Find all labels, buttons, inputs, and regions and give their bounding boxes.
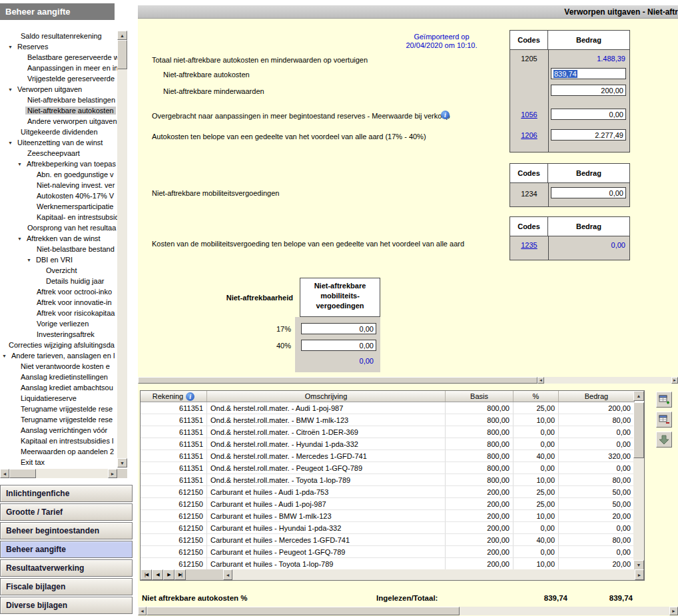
tree-item[interactable]: Aanslag krediet ambachtsou [0, 382, 117, 393]
code-1056-link[interactable]: 1056 [510, 111, 548, 119]
scroll-up-icon[interactable]: ▲ [633, 391, 644, 401]
grid-row[interactable]: 612150Carburant et huiles - Audi 1-pda-7… [141, 486, 635, 498]
tree-item[interactable]: Kapitaal- en intrestsubsid [0, 212, 117, 222]
tree-item[interactable]: Aanslag kredietinstellingen [0, 372, 117, 382]
panel-horizontal-scrollbar[interactable]: ◄ ► [138, 377, 678, 384]
scroll-down-icon[interactable]: ▼ [117, 458, 127, 467]
tree-item[interactable]: ▼Verworpen uitgaven [0, 84, 117, 95]
scroll-track[interactable] [633, 458, 644, 560]
grid-vertical-scrollbar[interactable]: ▲ ▼ [633, 391, 644, 570]
nav-button-beheer-begintoestanden[interactable]: Beheer begintoestanden [0, 522, 133, 539]
tree-item[interactable]: Niet verantwoorde kosten e [0, 361, 117, 372]
tree-item[interactable]: Andere verworpen uitgaven [0, 116, 117, 127]
scroll-thumb[interactable] [9, 469, 36, 478]
mobility-40-input[interactable]: 0,00 [301, 340, 376, 351]
grid-row[interactable]: 612150Carburant et huiles - Audi 1-poj-9… [141, 498, 635, 510]
scroll-right-icon[interactable]: ► [108, 469, 117, 478]
grid-row[interactable]: 611351Ond.& herstel.roll.mater. - Toyota… [141, 474, 635, 486]
add-row-button[interactable] [656, 392, 672, 408]
scroll-up-icon[interactable]: ▲ [117, 31, 127, 40]
nav-button-beheer-aangifte[interactable]: Beheer aangifte [0, 541, 133, 558]
niet-aftrekbare-minderwaarden-input[interactable]: 200,00 [551, 85, 626, 96]
last-record-button[interactable]: ▶| [174, 569, 186, 580]
scroll-right-icon[interactable]: ► [669, 607, 678, 615]
move-down-button[interactable] [656, 432, 672, 448]
scroll-thumb[interactable] [117, 40, 127, 69]
tree-item[interactable]: Details huidig jaar [0, 276, 117, 286]
first-record-button[interactable]: |◀ [141, 569, 152, 580]
tree-item[interactable]: Exit tax [0, 457, 117, 467]
tree-item[interactable]: Zeescheepvaart [0, 148, 117, 158]
grid-row[interactable]: 611351Ond.& herstel.roll.mater. - BMW 1-… [141, 414, 635, 426]
grid-row[interactable]: 611351Ond.& herstel.roll.mater. - Peugeo… [141, 462, 635, 474]
tree-expand-icon[interactable]: ▼ [8, 87, 15, 92]
scroll-thumb[interactable] [147, 607, 460, 615]
next-record-button[interactable]: ▶ [163, 569, 174, 580]
column-header-bedrag[interactable]: Bedrag [559, 391, 635, 402]
tree-item[interactable]: Autokosten 40%-17% V [0, 190, 117, 201]
delete-row-button[interactable] [656, 412, 672, 428]
nav-button-resultaatverwerking[interactable]: Resultaatverwerking [0, 559, 133, 577]
scroll-left-icon[interactable]: ◄ [223, 569, 232, 580]
tree-expand-icon[interactable]: ▼ [17, 236, 25, 241]
column-header-rekening[interactable]: Rekening i [141, 391, 207, 402]
tree-expand-icon[interactable]: ▼ [17, 162, 25, 166]
scroll-right-icon[interactable]: ► [635, 569, 644, 580]
scroll-down-icon[interactable]: ▼ [633, 560, 644, 570]
column-header-omschrijving[interactable]: Omschrijving [207, 391, 446, 402]
niet-aftrekbare-autokosten-input[interactable]: 839,74 [551, 68, 626, 79]
scroll-thumb[interactable] [138, 377, 537, 384]
mobiliteitsvergoedingen-input[interactable]: 0,00 [551, 187, 626, 198]
tree-item[interactable]: Saldo resultatenrekening [0, 31, 117, 41]
tree-item[interactable]: Kapitaal en intrestsubsidies l [0, 436, 117, 446]
nav-button-inlichtingenfiche[interactable]: Inlichtingenfiche [0, 485, 133, 502]
overgebracht-input[interactable]: 0,00 [551, 109, 626, 120]
grid-row[interactable]: 612150Carburant et huiles - Mercedes 1-G… [141, 534, 635, 546]
tree-item[interactable]: Aanpassingen in meer en in [0, 63, 117, 73]
tree-item[interactable]: Niet-naleving invest. ver [0, 180, 117, 190]
tree-item[interactable]: Werknemersparticipatie [0, 201, 117, 212]
tree-item[interactable]: Niet-aftrekbare belastingen [0, 95, 117, 105]
scroll-left-icon[interactable]: ◄ [537, 377, 544, 384]
tree-item[interactable]: Uitgekeerde dividenden [0, 127, 117, 137]
column-header-percent[interactable]: % [513, 391, 559, 402]
tree-item[interactable]: Overzicht [0, 265, 117, 276]
tree-item[interactable]: Aftrek voor octrooi-inko [0, 286, 117, 297]
tree-item[interactable]: Meerwaarden op aandelen 2 [0, 446, 117, 457]
grid-row[interactable]: 612150Carburant et huiles - BMW 1-mlk-12… [141, 510, 635, 522]
main-horizontal-scrollbar[interactable]: ◄ ► [138, 607, 678, 615]
info-icon[interactable]: i [186, 392, 194, 401]
tree-expand-icon[interactable]: ▼ [2, 354, 9, 358]
tree-item[interactable]: ▼DBI en VRI [0, 254, 117, 265]
tree-item[interactable]: ▼Reserves [0, 41, 117, 52]
column-header-basis[interactable]: Basis [446, 391, 513, 402]
scroll-left-icon[interactable]: ◄ [138, 607, 147, 615]
previous-record-button[interactable]: ◀ [152, 569, 163, 580]
mobility-17-input[interactable]: 0,00 [301, 323, 376, 334]
grid-row[interactable]: 611351Ond.& herstel.roll.mater. - Hyunda… [141, 438, 635, 450]
scroll-right-icon[interactable]: ► [671, 377, 678, 384]
grid-row[interactable]: 612150Carburant et huiles - Toyota 1-lop… [141, 558, 635, 570]
scroll-track[interactable] [544, 377, 671, 384]
scroll-track[interactable] [36, 469, 108, 478]
tree-item[interactable]: Aftrek voor innovatie-in [0, 297, 117, 308]
tree-item[interactable]: Terugname vrijgestelde rese [0, 414, 117, 425]
nav-button-diverse-bijlagen[interactable]: Diverse bijlagen [0, 597, 133, 614]
tree-horizontal-scrollbar[interactable]: ◄ ► [0, 469, 117, 478]
grid-row[interactable]: 611351Ond.& herstel.roll.mater. - Citroë… [141, 426, 635, 438]
tree-item[interactable]: Terugname vrijgestelde rese [0, 404, 117, 414]
nav-button-grootte-tarief[interactable]: Grootte / Tarief [0, 503, 133, 521]
tree-vertical-scrollbar[interactable]: ▲ ▼ [117, 31, 127, 467]
tree-item[interactable]: Vrijgestelde gereserveerde [0, 73, 117, 84]
tree-expand-icon[interactable]: ▼ [27, 258, 34, 262]
tree-item[interactable]: Niet-belastbare bestand [0, 244, 117, 254]
tree-item[interactable]: Correcties wijziging afsluitingsda [0, 340, 117, 350]
tree-item[interactable]: Liquidatiereserve [0, 393, 117, 404]
grid-row[interactable]: 612150Carburant et huiles - Hyundai 1-pd… [141, 522, 635, 534]
tree-item[interactable]: Investeringsaftrek [0, 329, 117, 340]
tree-item[interactable]: Abn. en goedgunstige v [0, 169, 117, 180]
tree-item[interactable]: ▼Aftrekken van de winst [0, 233, 117, 244]
scroll-track[interactable] [460, 607, 669, 615]
tree-item[interactable]: ▼Aftrekbeperking van toepas [0, 158, 117, 169]
tree-expand-icon[interactable]: ▼ [8, 45, 15, 49]
